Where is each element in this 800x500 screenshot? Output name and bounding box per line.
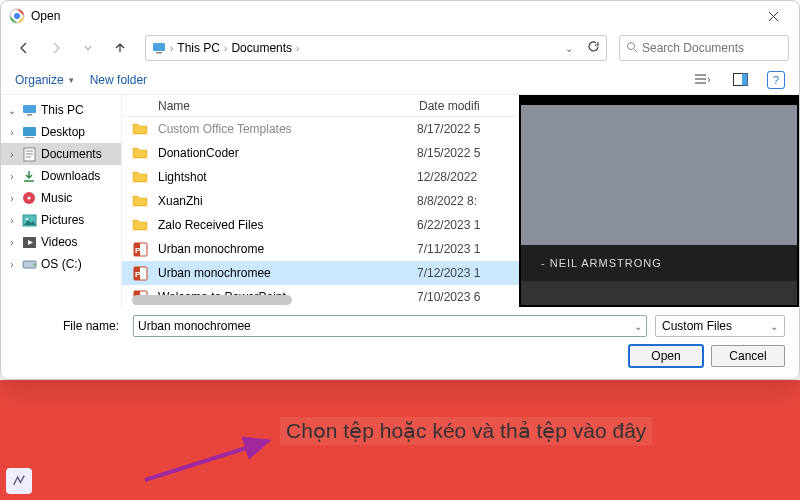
file-name: Custom Office Templates <box>158 122 417 136</box>
svg-point-2 <box>14 13 20 19</box>
folder-icon <box>122 170 158 184</box>
main-area: ⌄This PC›Desktop›Documents›Downloads›Mus… <box>1 95 799 307</box>
videos-icon <box>21 235 37 249</box>
preview-caption: - NEIL ARMSTRONG <box>541 257 662 269</box>
pc-icon <box>21 103 37 117</box>
horizontal-scrollbar[interactable] <box>132 295 432 305</box>
open-button[interactable]: Open <box>629 345 703 367</box>
svg-point-22 <box>28 197 31 200</box>
powerpoint-icon: P <box>122 266 158 281</box>
folder-icon <box>122 194 158 208</box>
open-file-dialog: Open › This PC › Documents › ⌄ Organize▾… <box>0 0 800 380</box>
breadcrumb[interactable]: › This PC › Documents › ⌄ <box>145 35 607 61</box>
chevron-right-icon: › <box>224 43 227 54</box>
filename-input-wrap[interactable]: ⌄ <box>133 315 647 337</box>
col-name[interactable]: Name <box>122 99 419 113</box>
downloads-icon <box>21 169 37 183</box>
sidebar-item-pictures[interactable]: ›Pictures <box>1 209 121 231</box>
file-header: Name Date modifi <box>122 95 519 117</box>
filename-label: File name: <box>15 319 125 333</box>
file-date: 12/28/2022 <box>417 170 519 184</box>
chevron-right-icon: › <box>296 43 299 54</box>
search-box[interactable] <box>619 35 789 61</box>
file-date: 7/10/2023 6 <box>417 290 519 304</box>
chevron-right-icon: › <box>170 43 173 54</box>
view-mode-button[interactable] <box>691 69 713 91</box>
sidebar-item-downloads[interactable]: ›Downloads <box>1 165 121 187</box>
preview-pane-button[interactable] <box>729 69 751 91</box>
search-input[interactable] <box>642 41 792 55</box>
sidebar-item-label: Videos <box>41 235 77 249</box>
drive-icon <box>21 257 37 271</box>
powerpoint-icon: P <box>122 242 158 257</box>
file-row[interactable]: Custom Office Templates8/17/2022 5 <box>122 117 519 141</box>
file-date: 8/17/2022 5 <box>417 122 519 136</box>
file-name: DonationCoder <box>158 146 417 160</box>
file-row[interactable]: PUrban monochromee7/12/2023 1 <box>122 261 519 285</box>
annotation-arrow <box>140 435 280 485</box>
file-row[interactable]: Zalo Received Files6/22/2023 1 <box>122 213 519 237</box>
file-name: Lightshot <box>158 170 417 184</box>
close-button[interactable] <box>755 3 791 29</box>
folder-icon <box>122 218 158 232</box>
file-row[interactable]: DonationCoder8/15/2022 5 <box>122 141 519 165</box>
toolbar: Organize▾ New folder ? <box>1 65 799 95</box>
file-type-filter[interactable]: Custom Files ⌄ <box>655 315 785 337</box>
file-pane: Name Date modifi Custom Office Templates… <box>121 95 519 307</box>
titlebar: Open <box>1 1 799 31</box>
chevron-right-icon: › <box>7 215 17 226</box>
file-row[interactable]: XuanZhi8/8/2022 8: <box>122 189 519 213</box>
app-icon <box>9 8 25 24</box>
sidebar-item-label: Downloads <box>41 169 100 183</box>
file-date: 8/8/2022 8: <box>417 194 519 208</box>
chevron-right-icon: › <box>7 193 17 204</box>
sidebar-item-music[interactable]: ›Music <box>1 187 121 209</box>
nav-bar: › This PC › Documents › ⌄ <box>1 31 799 65</box>
desktop-icon <box>21 125 37 139</box>
cancel-button[interactable]: Cancel <box>711 345 785 367</box>
file-date: 8/15/2022 5 <box>417 146 519 160</box>
nav-back-button[interactable] <box>11 35 37 61</box>
nav-up-button[interactable] <box>107 35 133 61</box>
organize-button[interactable]: Organize▾ <box>15 73 74 87</box>
filename-input[interactable] <box>138 319 634 333</box>
file-date: 7/11/2023 1 <box>417 242 519 256</box>
app-badge <box>6 468 32 494</box>
sidebar-item-documents[interactable]: ›Documents <box>1 143 121 165</box>
chevron-right-icon: › <box>7 237 17 248</box>
sidebar-item-videos[interactable]: ›Videos <box>1 231 121 253</box>
sidebar-item-label: Music <box>41 191 72 205</box>
chevron-right-icon: › <box>7 149 17 160</box>
nav-recent-button[interactable] <box>75 35 101 61</box>
preview-pane: - NEIL ARMSTRONG <box>519 95 799 307</box>
svg-rect-11 <box>742 74 748 86</box>
sidebar-item-this-pc[interactable]: ⌄This PC <box>1 99 121 121</box>
crumb-documents[interactable]: Documents <box>231 41 292 55</box>
svg-text:P: P <box>135 270 141 279</box>
folder-icon <box>122 146 158 160</box>
sidebar-item-desktop[interactable]: ›Desktop <box>1 121 121 143</box>
help-button[interactable]: ? <box>767 71 785 89</box>
window-title: Open <box>31 9 60 23</box>
nav-forward-button[interactable] <box>43 35 69 61</box>
file-row[interactable]: PUrban monochrome7/11/2023 1 <box>122 237 519 261</box>
drop-hint-text: Chọn tệp hoặc kéo và thả tệp vào đây <box>280 417 652 445</box>
chevron-down-icon[interactable]: ⌄ <box>634 321 642 332</box>
chevron-down-icon[interactable]: ⌄ <box>565 43 573 54</box>
refresh-icon[interactable] <box>587 40 600 56</box>
col-date[interactable]: Date modifi <box>419 99 519 113</box>
filter-label: Custom Files <box>662 319 732 333</box>
new-folder-button[interactable]: New folder <box>90 73 147 87</box>
file-name: Zalo Received Files <box>158 218 417 232</box>
svg-point-27 <box>33 264 35 266</box>
docs-icon <box>21 147 37 161</box>
file-row[interactable]: Lightshot12/28/2022 <box>122 165 519 189</box>
svg-rect-3 <box>153 43 165 51</box>
file-list: Custom Office Templates8/17/2022 5Donati… <box>122 117 519 307</box>
sidebar-item-label: Desktop <box>41 125 85 139</box>
svg-rect-15 <box>25 137 34 138</box>
crumb-this-pc[interactable]: This PC <box>177 41 220 55</box>
chevron-right-icon: › <box>7 127 17 138</box>
svg-rect-4 <box>156 52 162 54</box>
sidebar-item-os-c-[interactable]: ›OS (C:) <box>1 253 121 275</box>
